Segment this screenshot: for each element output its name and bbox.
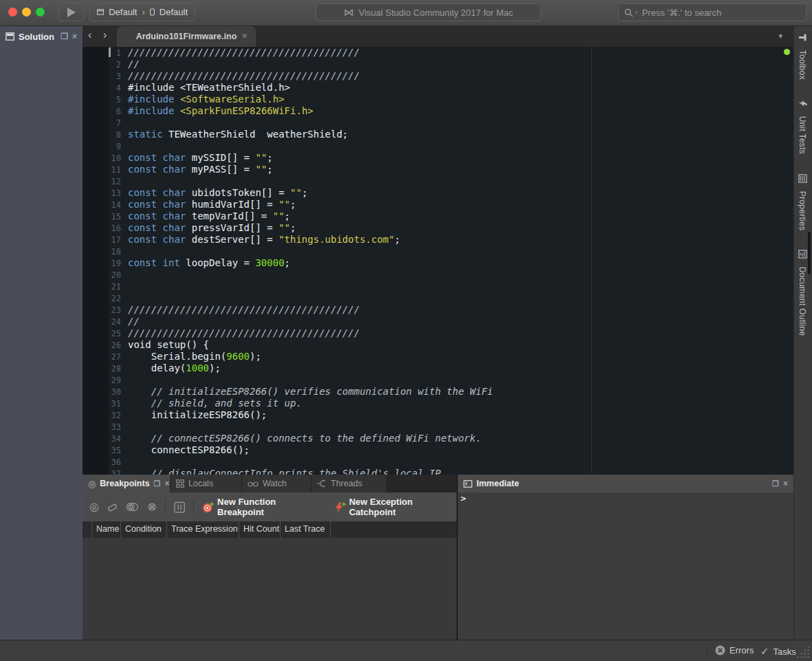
line-number[interactable]: 28 <box>83 363 127 375</box>
line-number[interactable]: 29 <box>83 375 127 387</box>
line-number[interactable]: 15 <box>83 211 127 223</box>
line-number[interactable]: 6 <box>83 106 127 118</box>
tab-document-outline[interactable]: Document Outline <box>798 250 807 336</box>
line-number[interactable]: 26 <box>83 340 127 351</box>
close-tab-icon[interactable]: × <box>242 30 248 41</box>
column-hit-count[interactable]: Hit Count <box>239 521 281 538</box>
line-number[interactable]: 8 <box>83 129 127 141</box>
code-line: 32 initializeESP8266(); <box>83 409 793 421</box>
breakpoints-table-header: Name Condition Trace Expression Hit Coun… <box>83 521 457 538</box>
solution-pad-header[interactable]: Solution ❐ × <box>0 26 83 47</box>
search-scope-chevron-icon: ˅ <box>635 10 638 16</box>
float-pad-icon[interactable]: ❐ <box>154 479 161 488</box>
toolbar-separator <box>165 499 166 514</box>
tab-list-dropdown-icon[interactable]: ▾ <box>778 32 782 41</box>
line-number[interactable]: 34 <box>83 433 127 445</box>
line-number[interactable]: 22 <box>83 293 127 305</box>
search-input[interactable]: ˅ Press '⌘.' to search <box>618 3 806 21</box>
line-number[interactable]: 18 <box>83 246 127 258</box>
immediate-pad-header[interactable]: Immediate ❐ × <box>458 475 793 492</box>
columns-options-icon[interactable] <box>174 501 185 513</box>
line-number[interactable]: 10 <box>83 153 127 164</box>
new-exception-catchpoint-button[interactable]: New Exception Catchpoint <box>334 497 457 517</box>
code-line: 14const char humidVarId[] = ""; <box>83 199 793 210</box>
line-number[interactable]: 31 <box>83 398 127 410</box>
window-title: Visual Studio Community 2017 for Mac <box>359 8 513 18</box>
scrollbar-thumb[interactable] <box>808 232 811 274</box>
code-line: 7 <box>83 117 793 129</box>
float-pad-icon[interactable]: ❐ <box>61 32 68 41</box>
line-number[interactable]: 14 <box>83 199 127 211</box>
errors-icon <box>715 645 725 655</box>
tasks-button[interactable]: ✓ Tasks <box>760 645 796 658</box>
line-number[interactable]: 30 <box>83 387 127 398</box>
code-line: 2// <box>83 58 793 70</box>
tab-properties[interactable]: Properties <box>798 174 807 230</box>
code-content[interactable]: 1///////////////////////////////////////… <box>83 47 793 475</box>
close-pad-icon[interactable]: × <box>72 32 77 41</box>
line-number[interactable]: 4 <box>83 83 127 94</box>
code-editor[interactable]: 1///////////////////////////////////////… <box>83 47 793 475</box>
exception-catchpoint-lightning-icon <box>334 501 346 513</box>
navigate-back-icon[interactable]: ‹ <box>88 29 91 41</box>
zoom-window-button[interactable] <box>36 8 45 17</box>
line-number[interactable]: 11 <box>83 164 127 176</box>
code-line: 9 <box>83 140 793 152</box>
navigate-forward-icon[interactable]: › <box>103 29 107 41</box>
line-number[interactable]: 35 <box>83 445 127 457</box>
line-number[interactable]: 36 <box>83 457 127 468</box>
clear-breakpoints-eraser-icon[interactable] <box>107 503 118 512</box>
line-number[interactable]: 23 <box>83 305 127 316</box>
line-number[interactable]: 5 <box>83 94 127 106</box>
column-trace-expression[interactable]: Trace Expression <box>167 521 239 538</box>
tab-arduino101firmware[interactable]: Arduino101Firmware.ino × <box>117 26 256 47</box>
close-pad-icon[interactable]: × <box>783 479 788 488</box>
column-last-trace[interactable]: Last Trace <box>281 521 331 538</box>
breakpoints-list[interactable] <box>83 538 457 640</box>
line-number[interactable]: 17 <box>83 235 127 246</box>
column-condition[interactable]: Condition <box>121 521 167 538</box>
tab-locals[interactable]: Locals <box>171 475 242 492</box>
code-line: 5#include <SoftwareSerial.h> <box>83 94 793 105</box>
remove-breakpoint-icon[interactable]: ⊗ <box>147 501 156 512</box>
line-number[interactable]: 13 <box>83 188 127 199</box>
line-number[interactable]: 7 <box>83 118 127 129</box>
line-number[interactable]: 20 <box>83 270 127 281</box>
close-pad-icon[interactable]: × <box>164 479 169 488</box>
line-number[interactable]: 25 <box>83 328 127 340</box>
breakpoints-icon: ◎ <box>88 479 96 488</box>
line-number[interactable]: 3 <box>83 71 127 83</box>
code-line: 21 <box>83 281 793 292</box>
line-number[interactable]: 9 <box>83 141 127 153</box>
code-line: 35 connectESP8266(); <box>83 444 793 456</box>
build-configuration-selector[interactable]: Default › Default <box>89 3 195 21</box>
tab-watch[interactable]: Watch <box>242 475 311 492</box>
tab-toolbox[interactable]: Toolbox <box>798 33 807 80</box>
close-window-button[interactable] <box>8 8 17 17</box>
tab-unit-tests[interactable]: Unit Tests <box>798 98 807 154</box>
line-number[interactable]: 19 <box>83 258 127 270</box>
line-number[interactable]: 1 <box>83 47 127 59</box>
tab-threads[interactable]: Threads <box>311 475 387 492</box>
line-number[interactable]: 37 <box>83 468 127 475</box>
line-number[interactable]: 12 <box>83 176 127 188</box>
run-button[interactable] <box>58 3 84 21</box>
tab-breakpoints[interactable]: ◎ Breakpoints ❐ × <box>83 475 171 492</box>
errors-button[interactable]: Errors <box>715 645 754 655</box>
new-breakpoint-icon[interactable]: ◎ <box>89 501 99 512</box>
line-number[interactable]: 16 <box>83 223 127 235</box>
line-number[interactable]: 32 <box>83 410 127 422</box>
float-pad-icon[interactable]: ❐ <box>772 479 779 488</box>
new-function-breakpoint-button[interactable]: New Function Breakpoint <box>202 497 320 517</box>
line-number[interactable]: 33 <box>83 422 127 433</box>
disable-all-breakpoints-icon[interactable] <box>126 501 139 512</box>
line-number[interactable]: 2 <box>83 59 127 71</box>
line-number[interactable]: 21 <box>83 281 127 293</box>
column-name[interactable]: Name <box>92 521 121 538</box>
minimize-window-button[interactable] <box>22 8 31 17</box>
immediate-console[interactable]: > <box>458 492 793 640</box>
line-number[interactable]: 27 <box>83 351 127 363</box>
code-line: 31 // shield, and sets it up. <box>83 398 793 409</box>
line-number[interactable]: 24 <box>83 316 127 328</box>
code-line: 6#include <SparkFunESP8266WiFi.h> <box>83 105 793 117</box>
